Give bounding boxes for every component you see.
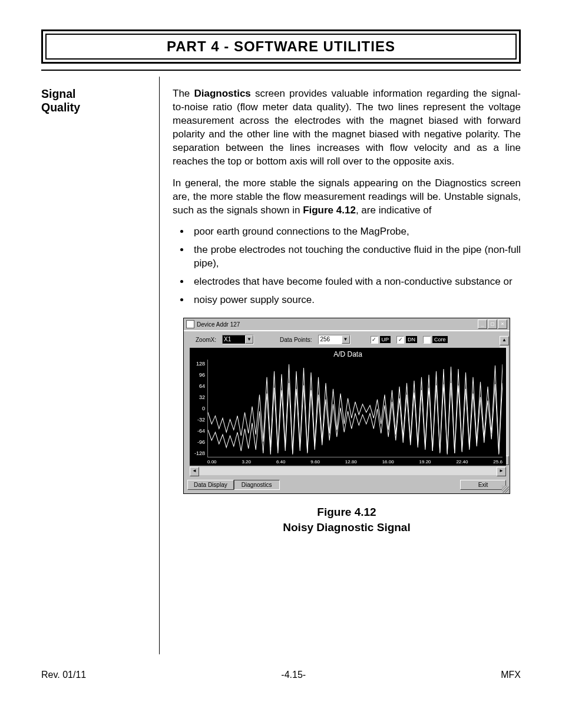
paragraph-1: The Diagnostics screen provides valuable…	[173, 87, 521, 169]
app-icon	[186, 320, 194, 328]
footer-left: Rev. 01/11	[41, 670, 86, 680]
bullet-3: electrodes that have become fouled with …	[190, 275, 521, 289]
checkbox-icon[interactable]: ✓	[396, 336, 404, 344]
y-axis-labels: 128 96 64 32 0 -32 -64 -96 -128	[192, 361, 205, 456]
maximize-button[interactable]: □	[488, 319, 497, 329]
horizontal-rule	[41, 70, 521, 71]
resize-grip-icon[interactable]	[502, 486, 509, 493]
checkbox-icon[interactable]	[423, 336, 431, 344]
title-bar[interactable]: Device Addr 127 _ □ ×	[184, 318, 510, 331]
bullet-2: the probe electrodes not touching the co…	[190, 243, 521, 271]
data-display-button[interactable]: Data Display	[187, 480, 234, 490]
points-select[interactable]: 256 ▼	[318, 335, 351, 344]
page-header: PART 4 - SOFTWARE UTILITIES	[45, 34, 517, 60]
footer-center: -4.15-	[281, 670, 306, 680]
paragraph-2: In general, the more stable the signals …	[173, 177, 521, 218]
diagnostics-button[interactable]: Diagnostics	[234, 480, 280, 490]
exit-button[interactable]: Exit	[460, 480, 506, 490]
title-text: Device Addr 127	[197, 321, 478, 328]
checkbox-icon[interactable]: ✓	[371, 336, 378, 344]
footer-right: MFX	[501, 670, 521, 680]
chart-title: A/D Data	[190, 350, 506, 358]
horizontal-scrollbar[interactable]: ◄ ►	[190, 467, 506, 475]
button-bar: Data Display Diagnostics Exit	[184, 477, 510, 493]
main-content: The Diagnostics screen provides valuable…	[160, 77, 521, 654]
bullet-4: noisy power supply source.	[190, 294, 521, 307]
checkbox-up[interactable]: ✓ UP	[371, 336, 391, 344]
scroll-right-icon[interactable]: ►	[497, 467, 506, 476]
sidebar-line1: Signal	[41, 87, 76, 100]
figure-container: Device Addr 127 _ □ × ZoomX: X1 ▼	[183, 318, 510, 535]
chevron-down-icon[interactable]: ▼	[342, 335, 350, 344]
app-window: Device Addr 127 _ □ × ZoomX: X1 ▼	[183, 318, 510, 494]
zoom-label: ZoomX:	[196, 337, 216, 343]
header-box: PART 4 - SOFTWARE UTILITIES	[41, 29, 521, 64]
minimize-button[interactable]: _	[478, 319, 487, 329]
scroll-up-icon[interactable]: ▲	[500, 336, 509, 345]
chart-area: A/D Data 128 96 64 32 0 -32 -64 -96 -128	[190, 348, 506, 466]
caption-line-2: Noisy Diagnostic Signal	[283, 521, 410, 533]
sidebar-heading: Signal Quality	[41, 77, 159, 654]
chart-plot	[207, 360, 503, 457]
scroll-left-icon[interactable]: ◄	[190, 467, 199, 476]
bullet-1: poor earth ground connections to the Mag…	[190, 225, 521, 239]
points-label: Data Points:	[280, 337, 312, 343]
sidebar-line2: Quality	[41, 101, 80, 114]
figure-caption: Figure 4.12 Noisy Diagnostic Signal	[183, 505, 510, 535]
zoom-select[interactable]: X1 ▼	[222, 335, 254, 344]
checkbox-core[interactable]: Core	[423, 336, 448, 344]
series-dn	[208, 383, 503, 454]
toolbar: ZoomX: X1 ▼ Data Points: 256 ▼	[184, 331, 510, 348]
chevron-down-icon[interactable]: ▼	[245, 335, 253, 344]
series-up	[208, 364, 503, 454]
bullet-list: poor earth ground connections to the Mag…	[173, 225, 521, 307]
close-button[interactable]: ×	[498, 319, 507, 329]
x-axis-labels: 0.00 3.20 6.40 9.60 12.80 16.00 19.20 22…	[207, 459, 503, 465]
checkbox-dn[interactable]: ✓ DN	[396, 336, 417, 344]
page-footer: Rev. 01/11 -4.15- MFX	[41, 670, 521, 680]
caption-line-1: Figure 4.12	[317, 506, 376, 518]
